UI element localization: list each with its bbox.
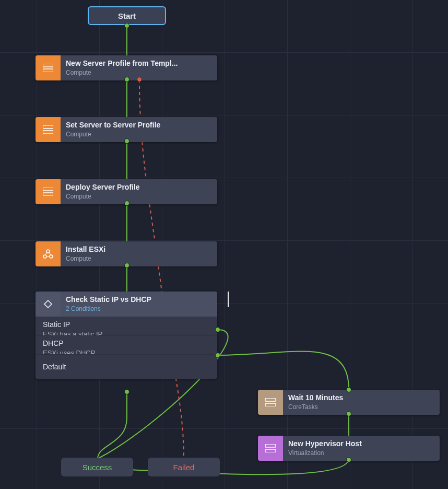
task-title: Deploy Server Profile <box>66 183 212 191</box>
start-label: Start <box>118 11 136 20</box>
failed-node[interactable]: Failed <box>148 458 220 476</box>
svg-rect-2 <box>43 125 53 129</box>
svg-rect-1 <box>43 69 53 72</box>
svg-rect-9 <box>44 300 52 308</box>
svg-rect-10 <box>265 398 276 401</box>
task-category: Compute <box>66 193 212 200</box>
task-category: Compute <box>66 255 212 262</box>
port-in[interactable] <box>346 387 351 392</box>
task-category: Compute <box>66 69 212 76</box>
svg-rect-5 <box>43 193 53 196</box>
task-title: Set Server to Server Profile <box>66 121 212 129</box>
condition-count: 2 Conditions <box>66 305 212 312</box>
condition-check-ip[interactable]: Check Static IP vs DHCP 2 Conditions Sta… <box>36 292 217 379</box>
task-category: CoreTasks <box>288 403 434 411</box>
port-success[interactable] <box>124 201 129 206</box>
server-icon <box>36 117 61 142</box>
task-title: New Server Profile from Templ... <box>66 59 212 67</box>
port-success[interactable] <box>124 263 129 268</box>
server-icon <box>258 436 283 461</box>
svg-rect-11 <box>265 403 276 406</box>
condition-row-static-ip[interactable]: Static IP ESXi has a static IP <box>36 317 217 335</box>
svg-rect-3 <box>43 131 53 134</box>
task-category: Virtualization <box>288 449 434 457</box>
success-node[interactable]: Success <box>61 458 133 476</box>
port-dhcp[interactable] <box>215 353 220 358</box>
cluster-icon <box>36 241 61 266</box>
svg-rect-13 <box>265 449 276 452</box>
condition-row-default[interactable]: Default <box>36 354 217 379</box>
failed-label: Failed <box>173 463 195 472</box>
port-fail[interactable] <box>137 77 142 82</box>
port-success[interactable] <box>124 138 129 144</box>
workflow-canvas[interactable]: Start New Server Profile from Templ... C… <box>0 0 448 489</box>
alignment-guide <box>228 292 229 307</box>
svg-rect-12 <box>265 444 276 447</box>
svg-rect-4 <box>43 188 53 191</box>
start-node[interactable]: Start <box>88 6 166 25</box>
svg-point-7 <box>43 255 46 258</box>
port-out[interactable] <box>124 23 129 28</box>
server-icon <box>258 390 283 415</box>
server-icon <box>36 55 61 80</box>
task-category: Compute <box>66 131 212 138</box>
success-label: Success <box>82 463 112 472</box>
task-title: Wait 10 Minutes <box>288 393 434 402</box>
condition-row-dhcp[interactable]: DHCP ESXi uses DHCP <box>36 335 217 354</box>
port-static-ip[interactable] <box>215 327 220 332</box>
port-default[interactable] <box>124 389 129 394</box>
port-out[interactable] <box>346 457 351 462</box>
port-out[interactable] <box>346 411 351 416</box>
svg-rect-0 <box>43 64 53 67</box>
server-icon <box>36 179 61 204</box>
condition-title: Check Static IP vs DHCP <box>66 295 212 304</box>
task-title: Install ESXi <box>66 245 212 253</box>
port-success[interactable] <box>124 77 129 82</box>
task-title: New Hypervisor Host <box>288 439 434 448</box>
svg-point-8 <box>50 255 53 258</box>
diamond-icon <box>36 292 61 317</box>
